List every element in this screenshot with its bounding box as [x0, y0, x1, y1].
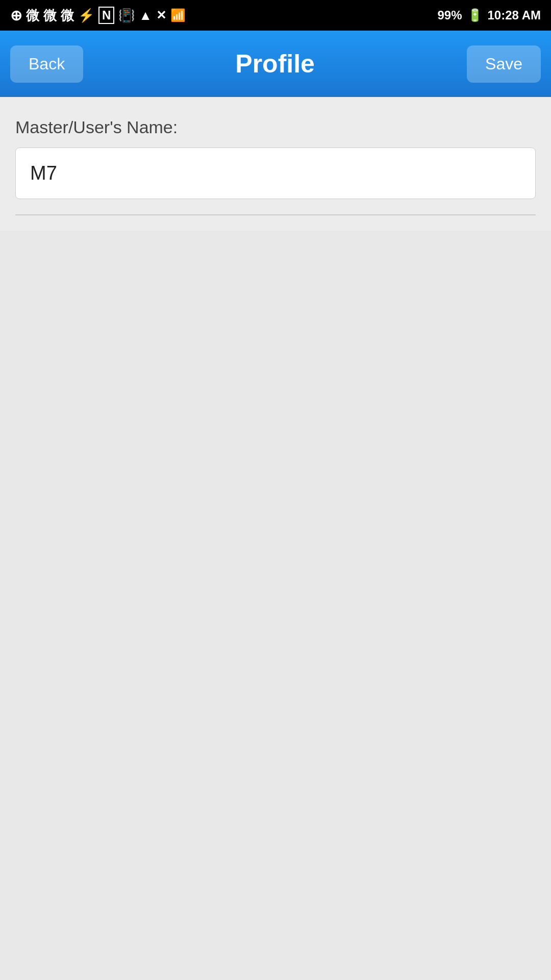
nav-bar: Back Profile Save	[0, 31, 551, 97]
back-button[interactable]: Back	[10, 45, 83, 83]
name-input-container[interactable]	[15, 148, 536, 199]
section-divider	[15, 214, 536, 215]
bluetooth-icon: ⚡	[78, 8, 94, 23]
vibrate-icon: 📳	[118, 8, 135, 23]
nfc-icon: N	[98, 7, 114, 24]
signal-icon: 📶	[170, 8, 186, 22]
form-content: Master/User's Name:	[0, 97, 551, 231]
weibo-icon-3: 微	[61, 7, 74, 24]
weibo-icon-2: 微	[43, 7, 57, 24]
battery-percent: 99%	[437, 8, 462, 22]
time-display: 10:28 AM	[488, 8, 541, 22]
add-icon: ⊕	[10, 7, 22, 24]
status-left-icons: ⊕ 微 微 微 ⚡ N 📳 ▲ ✕ 📶	[10, 7, 186, 24]
empty-content-area	[0, 231, 551, 980]
name-input[interactable]	[30, 162, 521, 184]
wifi-icon: ▲	[139, 8, 152, 23]
save-button[interactable]: Save	[467, 45, 541, 83]
status-bar: ⊕ 微 微 微 ⚡ N 📳 ▲ ✕ 📶 99% 🔋 10:28 AM	[0, 0, 551, 31]
signal-x-icon: ✕	[156, 8, 166, 22]
battery-icon: 🔋	[467, 8, 483, 22]
status-right-icons: 99% 🔋 10:28 AM	[437, 8, 541, 22]
page-title: Profile	[83, 49, 467, 79]
weibo-icon-1: 微	[26, 7, 39, 24]
field-label: Master/User's Name:	[15, 117, 536, 137]
